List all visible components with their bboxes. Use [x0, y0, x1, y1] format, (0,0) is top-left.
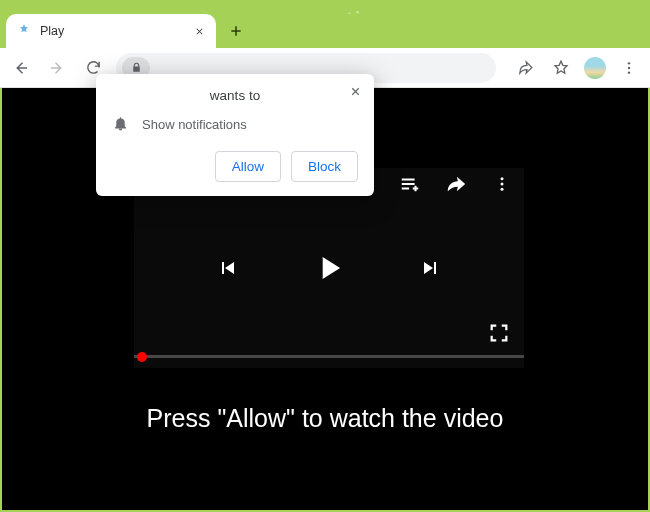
tab-favicon-icon [16, 23, 32, 39]
svg-point-6 [501, 188, 504, 191]
playlist-add-icon[interactable] [398, 172, 422, 196]
share-button[interactable] [512, 55, 538, 81]
player-share-icon[interactable] [444, 172, 468, 196]
block-button[interactable]: Block [291, 151, 358, 182]
svg-point-3 [628, 71, 630, 73]
browser-menu-icon[interactable] [616, 55, 642, 81]
popup-permission-row: Show notifications [112, 115, 358, 133]
toolbar-right [512, 55, 642, 81]
fullscreen-button[interactable] [488, 322, 510, 344]
previous-track-button[interactable] [215, 256, 239, 280]
nav-forward-button [44, 55, 70, 81]
progress-handle[interactable] [137, 352, 147, 362]
new-tab-button[interactable] [222, 17, 250, 45]
popup-actions: Allow Block [112, 151, 358, 182]
tab-strip: Play [0, 14, 650, 48]
tab-title: Play [40, 24, 184, 38]
tab-close-icon[interactable] [192, 24, 206, 38]
notification-permission-popup: wants to Show notifications Allow Block [96, 74, 374, 196]
video-player[interactable] [134, 168, 524, 368]
player-menu-icon[interactable] [490, 172, 514, 196]
play-button[interactable] [309, 248, 349, 288]
bell-icon [112, 115, 130, 133]
instruction-caption: Press "Allow" to watch the video [2, 404, 648, 433]
svg-point-5 [501, 183, 504, 186]
allow-button[interactable]: Allow [215, 151, 281, 182]
progress-bar[interactable] [134, 355, 524, 358]
nav-back-button[interactable] [8, 55, 34, 81]
player-controls [134, 248, 524, 288]
profile-avatar[interactable] [584, 57, 606, 79]
svg-point-2 [628, 66, 630, 68]
bookmark-star-icon[interactable] [548, 55, 574, 81]
svg-point-4 [501, 177, 504, 180]
popup-title: wants to [112, 88, 358, 103]
next-track-button[interactable] [419, 256, 443, 280]
popup-permission-label: Show notifications [142, 117, 247, 132]
browser-tab[interactable]: Play [6, 14, 216, 48]
popup-close-icon[interactable] [346, 82, 364, 100]
svg-point-1 [628, 62, 630, 64]
